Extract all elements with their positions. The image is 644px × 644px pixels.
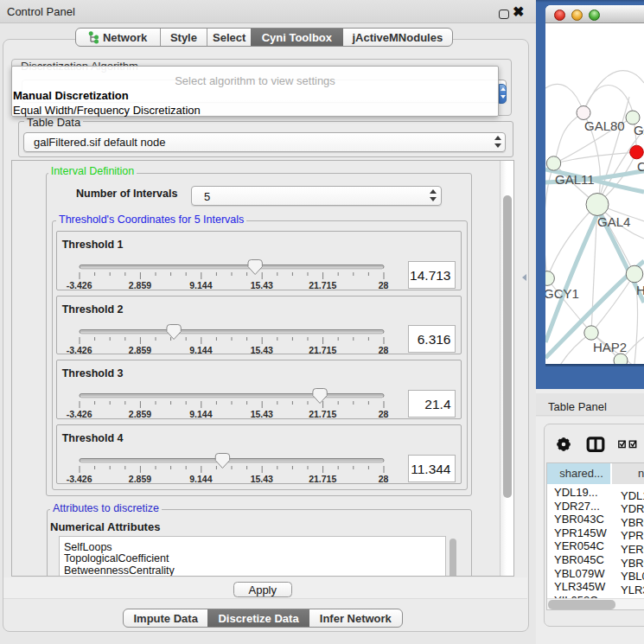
svg-text:HAP2: HAP2 bbox=[593, 340, 627, 354]
svg-text:GAL80: GAL80 bbox=[584, 118, 625, 133]
svg-text:GAL6: GAL6 bbox=[634, 123, 644, 137]
svg-text:GCY1: GCY1 bbox=[545, 286, 579, 301]
svg-text:GAL11: GAL11 bbox=[555, 172, 595, 187]
svg-text:GAL4: GAL4 bbox=[597, 214, 630, 229]
svg-text:CD: CD bbox=[637, 159, 644, 174]
svg-text:H: H bbox=[636, 283, 644, 297]
